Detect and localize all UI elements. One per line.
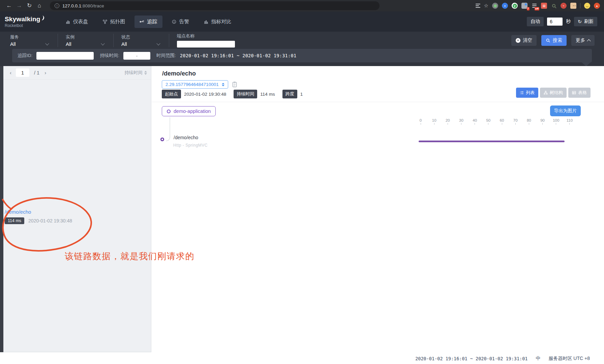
auto-refresh-toggle[interactable]: 自动	[527, 17, 544, 26]
topology-icon	[102, 19, 108, 24]
refresh-label: 刷新	[584, 19, 594, 25]
extension-badge-off: off	[535, 7, 539, 10]
trace-start-time: 2020-01-02 19:30:48	[28, 218, 72, 223]
instance-value: All	[66, 41, 71, 47]
extension-face-icon[interactable]	[570, 3, 576, 9]
nav-tabs: 仪表盘 拓扑图 追踪 告警 指标对比	[60, 16, 237, 28]
more-button[interactable]: 更多	[571, 35, 595, 46]
extension-green-dot-icon[interactable]	[492, 3, 498, 9]
language-toggle[interactable]: 中	[536, 356, 540, 362]
browser-back-icon[interactable]: ←	[4, 0, 14, 11]
refresh-interval-input[interactable]	[547, 18, 563, 26]
view-tree-button[interactable]: 树结构	[540, 88, 567, 98]
annotation-note: 该链路数据，就是我们刚请求的	[65, 250, 194, 262]
tab-alarm[interactable]: 告警	[167, 16, 194, 28]
span-endpoint-name[interactable]: /demo/echo	[174, 135, 198, 140]
trace-id-input[interactable]	[36, 52, 94, 60]
reading-list-icon[interactable]	[476, 4, 480, 8]
duration-filter-label: 持续时间:	[100, 53, 119, 59]
next-page-button[interactable]: ›	[42, 70, 49, 75]
instance-select[interactable]: 实例 All	[66, 34, 105, 47]
tab-topology[interactable]: 拓扑图	[97, 16, 130, 28]
tab-trace[interactable]: 追踪	[134, 16, 162, 28]
tab-dashboard[interactable]: 仪表盘	[60, 16, 93, 28]
extension-balloon-icon[interactable]: ♦	[502, 3, 508, 9]
profile-smiley-icon[interactable]	[584, 3, 590, 9]
trace-duration-badge: 114 ms	[5, 217, 24, 224]
tree-icon	[544, 91, 548, 95]
select-updown-icon	[222, 83, 224, 86]
spans-value: 1	[300, 92, 303, 97]
refresh-unit-label: 秒	[566, 19, 571, 25]
refresh-icon: ↻	[578, 19, 582, 24]
span-node-icon[interactable]	[160, 138, 164, 141]
extension-y-icon[interactable]: y	[512, 3, 518, 9]
page: ← → ↻ ⌂ i 127.0.0.1:8080/trace ☆ ♦ y 7 o…	[0, 0, 604, 364]
span-duration-bar[interactable]	[419, 141, 565, 142]
trace-list-item[interactable]: /demo/echo 114 ms 2020-01-02 19:30:48	[5, 209, 72, 224]
clear-label: 清空	[523, 37, 532, 43]
page-info-icon[interactable]: i	[55, 3, 59, 8]
app-navbar: Skywalking Rocketbot 仪表盘 拓扑图 追踪 告警 指	[0, 11, 604, 32]
trace-id-select[interactable]: 2.29.15779646484710001	[162, 80, 228, 89]
tab-metrics-compare[interactable]: 指标对比	[199, 16, 237, 28]
status-value: All	[121, 41, 127, 47]
trace-endpoint-link[interactable]: /demo/echo	[5, 209, 72, 215]
trace-detail-panel: /demo/echo 2.29.15779646484710001 起始点 20…	[152, 66, 604, 353]
duration-badge: 持续时间	[234, 90, 257, 98]
endpoint-name-input[interactable]	[177, 41, 235, 48]
chevron-down-icon	[156, 41, 160, 45]
page-number-input[interactable]	[16, 68, 29, 77]
view-table-button[interactable]: 表格	[568, 88, 591, 98]
status-select[interactable]: 状态 All	[121, 34, 161, 47]
view-list-button[interactable]: 列表	[516, 88, 538, 98]
view-mode-buttons: 列表 树结构 表格	[516, 88, 591, 98]
clear-circle-x-icon: ✕	[516, 38, 520, 43]
copy-clipboard-icon[interactable]	[232, 81, 237, 88]
time-range-value[interactable]: 2020-01-02 19:16:01 ~ 2020-01-02 19:31:0…	[180, 53, 297, 58]
extension-plug-icon[interactable]: ⌁	[561, 3, 567, 9]
browser-extensions-area: ☆ ♦ y 7 off ▤ ⌁ ▲	[476, 3, 600, 9]
axis-tick: 70	[511, 118, 520, 125]
bookmark-star-icon[interactable]: ☆	[484, 3, 488, 9]
filter-buttons: ✕ 清空 搜索 更多	[511, 35, 595, 46]
trace-list-panel: ‹ / 1 › 持续时间 /demo/echo 114 ms 2020-01-0…	[0, 66, 151, 352]
sort-by-duration[interactable]: 持续时间	[124, 70, 147, 76]
axis-tick: 30	[457, 118, 466, 125]
server-timezone-label: 服务器时区 UTC +8	[548, 356, 590, 362]
axis-tick: 50	[484, 118, 493, 125]
app-logo[interactable]: Skywalking Rocketbot	[5, 16, 44, 28]
sort-label: 持续时间	[124, 70, 143, 76]
browser-toolbar: ← → ↻ ⌂ i 127.0.0.1:8080/trace ☆ ♦ y 7 o…	[0, 0, 604, 11]
clear-button[interactable]: ✕ 清空	[511, 35, 537, 46]
axis-tick: 20	[443, 118, 452, 125]
service-chip[interactable]: demo-application	[162, 106, 216, 116]
extension-puzzle-icon[interactable]: 7	[521, 3, 527, 9]
spans-badge: 跨度	[282, 90, 297, 98]
trace-id-value: 2.29.15779646484710001	[165, 82, 219, 87]
filter-row-advanced: 追踪ID: 持续时间: 时间范围: 2020-01-02 19:16:01 ~ …	[12, 49, 592, 62]
prev-page-button[interactable]: ‹	[7, 70, 14, 75]
export-image-button[interactable]: 导出为图片	[550, 105, 581, 116]
browser-reload-icon[interactable]: ↻	[24, 0, 34, 11]
filter-row-primary: 服务 All 实例 All 状态 All 端点名称 ✕ 清空	[0, 32, 604, 49]
axis-tick: 60	[497, 118, 506, 125]
browser-avatar[interactable]: ▲	[594, 3, 600, 9]
duration-input[interactable]	[123, 52, 150, 60]
extension-doc-plus-icon[interactable]: ▤	[541, 3, 547, 9]
bar-chart-icon	[65, 19, 70, 24]
address-bar[interactable]: i 127.0.0.1:8080/trace	[50, 1, 380, 10]
extension-magnifier-icon[interactable]	[551, 3, 557, 9]
axis-tick: 100	[552, 118, 561, 125]
refresh-button[interactable]: ↻ 刷新	[574, 17, 597, 26]
extension-list-icon[interactable]: off	[531, 3, 537, 9]
axis-tick: 110	[565, 118, 574, 125]
span-tree-connector	[165, 117, 175, 147]
service-select[interactable]: 服务 All	[10, 34, 50, 47]
search-button[interactable]: 搜索	[541, 35, 567, 46]
timeline-axis: 0 10 20 30 40 50 60 70 80 90 100 110	[416, 118, 574, 125]
browser-forward-icon[interactable]: →	[14, 0, 24, 11]
trace-id-label: 追踪ID:	[18, 53, 32, 59]
filter-separator	[169, 34, 169, 47]
browser-home-icon[interactable]: ⌂	[34, 0, 44, 11]
